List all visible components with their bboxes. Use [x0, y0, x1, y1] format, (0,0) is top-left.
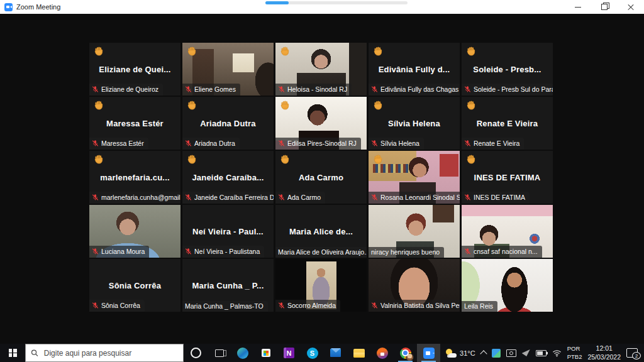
raised-hand-icon: [94, 100, 104, 111]
participant-label-text: Sônia Corrêa: [101, 302, 140, 309]
participant-label-text: marlenefaria.cunha@gmail...: [101, 194, 180, 201]
display-cast-icon[interactable]: [506, 349, 516, 357]
taskbar-chrome-icon[interactable]: [394, 344, 417, 362]
close-button[interactable]: [618, 0, 644, 14]
muted-mic-icon: [371, 140, 378, 147]
taskbar-explorer-icon[interactable]: [347, 344, 370, 362]
participant-tile[interactable]: Soleide - Presb... Soleide - Presb Sul d…: [462, 43, 553, 96]
participant-name-label: Edivânia Fully das Chagas: [369, 84, 460, 96]
taskbar-store-icon[interactable]: [254, 344, 277, 362]
windows-taskbar: N S: [0, 344, 644, 362]
taskbar-onenote-icon[interactable]: N: [277, 344, 301, 362]
participant-tile[interactable]: Ada Carmo Ada Carmo: [275, 151, 367, 204]
participant-tile[interactable]: Ariadna Dutra Ariadna Dutra: [182, 97, 274, 150]
raised-hand-icon: [280, 46, 291, 57]
raised-hand-icon: [280, 154, 291, 165]
participant-tile[interactable]: Luciana Moura: [89, 205, 180, 258]
taskbar-privacy-browser-icon[interactable]: [370, 344, 394, 362]
wifi-icon[interactable]: [552, 349, 562, 357]
participant-tile[interactable]: Heloisa - Sinodal RJ: [275, 43, 367, 96]
raised-hand-icon: [466, 154, 477, 165]
muted-mic-icon: [185, 85, 192, 93]
raised-hand-icon: [94, 46, 104, 57]
taskbar-search[interactable]: [25, 344, 184, 362]
restore-icon: [601, 4, 608, 10]
battery-icon[interactable]: [536, 350, 547, 356]
participant-tile[interactable]: INES DE FATIMA INES DE FATIMA: [462, 151, 553, 204]
minimize-button[interactable]: [565, 0, 591, 14]
app-logo-letter: [353, 347, 365, 359]
participant-tile[interactable]: Eliene Gomes: [182, 43, 274, 96]
raised-hand-icon: [466, 46, 477, 57]
muted-mic-icon: [371, 85, 378, 93]
top-drag-bar[interactable]: [265, 1, 408, 4]
weather-widget[interactable]: 31°C: [446, 349, 475, 358]
taskbar-clock[interactable]: 12:01 25/03/2022: [587, 344, 621, 361]
raised-hand-icon: [187, 100, 197, 111]
muted-mic-icon: [185, 140, 192, 147]
taskbar-task-view-icon[interactable]: [208, 344, 231, 362]
app-logo-letter: [213, 347, 226, 359]
app-logo-letter: [399, 347, 412, 359]
participant-name-label: Sônia Corrêa: [89, 300, 145, 312]
cortana-button[interactable]: [184, 344, 208, 362]
muted-mic-icon: [464, 85, 471, 93]
system-tray: 31°C POR PTB2 12:01 25/03/2022: [446, 344, 644, 362]
participant-tile[interactable]: Edilsa Pires-Sinodal RJ: [275, 97, 367, 150]
muted-mic-icon: [464, 140, 471, 147]
taskbar-apps: N S: [208, 344, 440, 362]
participant-tile[interactable]: Neí Vieira - Paul... Neí Vieira - Paulis…: [182, 205, 274, 258]
participant-tile[interactable]: Sílvia Helena Sílvia Helena: [369, 97, 460, 150]
participant-label-text: Maria Cunha _ Palmas-TO: [185, 303, 264, 310]
restore-button[interactable]: [591, 0, 618, 14]
participant-tile[interactable]: Janeide Caraíba... Janeide Caraíba Ferre…: [182, 151, 274, 204]
participant-tile[interactable]: Sônia Corrêa Sônia Corrêa: [89, 259, 180, 312]
muted-mic-icon: [371, 194, 378, 201]
muted-mic-icon: [185, 248, 192, 255]
app-logo-letter: [260, 347, 272, 359]
participant-label-text: Edilsa Pires-Sinodal RJ: [287, 140, 357, 147]
participant-name-label: Valniria Batista da Silva Per...: [369, 300, 460, 312]
participant-tile[interactable]: Renate E Vieira Renate E Vieira: [462, 97, 553, 150]
participant-name-label: Edilsa Pires-Sinodal RJ: [275, 138, 361, 150]
language-line1: POR: [567, 345, 582, 353]
raised-hand-icon: [373, 100, 384, 111]
close-icon: [628, 4, 634, 10]
action-center-button[interactable]: 2: [626, 348, 638, 358]
onedrive-cloud-icon[interactable]: [522, 349, 530, 356]
participant-tile[interactable]: Edivânia Fully d... Edivânia Fully das C…: [369, 43, 460, 96]
language-indicator[interactable]: POR PTB2: [567, 345, 582, 361]
participant-name-label: Renate E Vieira: [462, 138, 524, 150]
taskbar-edge-icon[interactable]: [231, 344, 254, 362]
participant-tile[interactable]: Leila Reis: [462, 259, 553, 312]
participant-tile[interactable]: marlenefaria.cu... marlenefaria.cunha@gm…: [89, 151, 180, 204]
participant-label-text: Socorro Almeida: [287, 302, 336, 309]
participant-tile[interactable]: Rosana Leonardi Sinodal S...: [369, 151, 460, 204]
participant-label-text: Renate E Vieira: [474, 140, 519, 147]
participant-tile[interactable]: Socorro Almeida: [275, 259, 367, 312]
participant-tile[interactable]: Valniria Batista da Silva Per...: [369, 259, 460, 312]
participant-tile[interactable]: cnsaf saf nacional n...: [462, 205, 553, 258]
search-input[interactable]: [43, 348, 178, 358]
taskbar-skype-icon[interactable]: S: [301, 344, 324, 362]
start-button[interactable]: [0, 344, 25, 362]
taskbar-zoomapp-icon[interactable]: [417, 344, 440, 362]
participant-tile[interactable]: Maria Cunha _ P... Maria Cunha _ Palmas-…: [182, 259, 274, 312]
zoom-camera-icon: [4, 3, 13, 11]
desktop: { "window": { "title": "Zoom Meeting", "…: [0, 0, 644, 362]
tray-expand-chevron-icon[interactable]: [480, 350, 487, 357]
participant-tile[interactable]: Maressa Estér Maressa Estér: [89, 97, 180, 150]
participant-name-label: Soleide - Presb Sul do Pará: [462, 84, 553, 96]
raised-hand-icon: [373, 154, 384, 165]
participant-label-text: Luciana Moura: [101, 248, 145, 255]
app-logo-letter: [423, 347, 435, 359]
participant-name-label: Rosana Leonardi Sinodal S...: [369, 192, 460, 204]
tray-app-icon[interactable]: [492, 349, 501, 358]
participant-label-text: cnsaf saf nacional n...: [474, 248, 538, 255]
muted-mic-icon: [464, 248, 471, 255]
participant-label-text: Neí Vieira - Paulistana: [194, 248, 260, 255]
participant-tile[interactable]: Maria Alice de... Maria Alice de Oliveir…: [275, 205, 367, 258]
participant-tile[interactable]: Eliziane de Quei... Eliziane de Queiroz: [89, 43, 180, 96]
participant-tile[interactable]: niracy henriques bueno: [369, 205, 460, 258]
taskbar-mail-icon[interactable]: [324, 344, 347, 362]
